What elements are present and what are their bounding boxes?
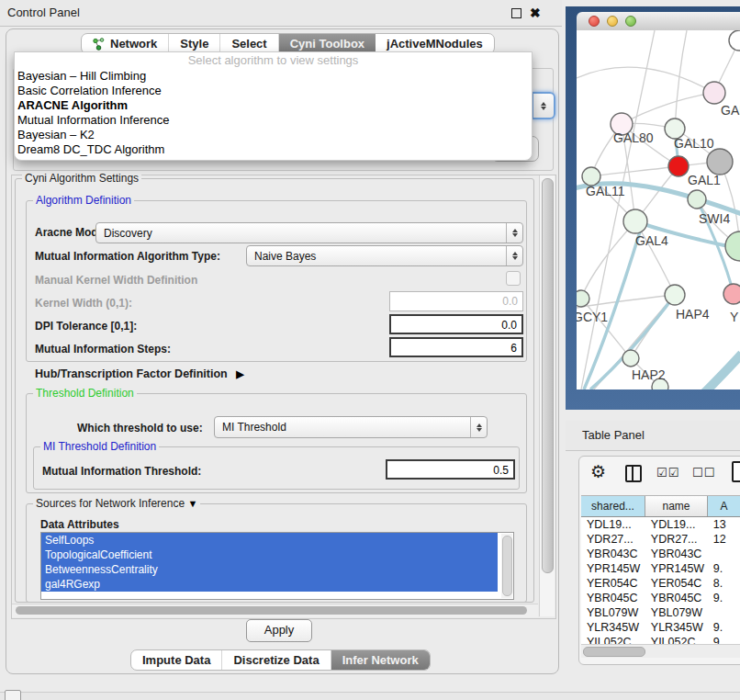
table-row[interactable]: YIL052CYIL052C9 bbox=[581, 635, 740, 644]
table-row[interactable]: YPR145WYPR145W9. bbox=[581, 561, 740, 576]
mi-type-select[interactable]: Naive Bayes bbox=[246, 245, 523, 266]
table-row[interactable]: YBL079WYBL079W bbox=[581, 605, 740, 620]
table-cell: 13 bbox=[708, 517, 740, 532]
collapse-arrow-icon: ▼ bbox=[187, 498, 197, 509]
window-zoom-icon[interactable] bbox=[625, 16, 636, 27]
select-all-checkboxes-icon[interactable]: ☑☑ bbox=[656, 466, 679, 480]
split-columns-icon[interactable] bbox=[625, 465, 642, 482]
attribute-item-gal4rgexp[interactable]: gal4RGexp bbox=[41, 577, 498, 592]
kernel-width-label: Kernel Width (0,1): bbox=[35, 297, 132, 310]
node-label-hap4: HAP4 bbox=[676, 307, 710, 322]
window-close-icon[interactable] bbox=[589, 16, 600, 27]
table-cell: YBR043C bbox=[581, 547, 645, 561]
dropdown-item-mutual-information-inference[interactable]: Mutual Information Inference bbox=[15, 113, 532, 128]
network-edge[interactable] bbox=[581, 221, 635, 299]
tab-select[interactable]: Select bbox=[220, 34, 278, 53]
network-node-gal[interactable] bbox=[703, 82, 725, 104]
tab-infer-network[interactable]: Infer Network bbox=[331, 650, 430, 670]
dropdown-item-bayesian-k2[interactable]: Bayesian – K2 bbox=[15, 128, 532, 142]
table-row[interactable]: YLR345WYLR345W9. bbox=[581, 620, 740, 635]
mi-steps-input[interactable]: 6 bbox=[389, 337, 523, 357]
table-cell: YBL079W bbox=[581, 605, 645, 620]
close-icon[interactable]: ✖ bbox=[530, 5, 541, 21]
column-header-name[interactable]: name bbox=[645, 496, 708, 516]
network-view-canvas[interactable]: GALGAL80GAL10GAL1GAL11SWI4GAL4GCY1HAP4YH… bbox=[577, 30, 740, 390]
table-cell: YBR043C bbox=[645, 547, 708, 561]
network-node[interactable] bbox=[729, 30, 740, 51]
table-cell: YDR27... bbox=[581, 532, 645, 547]
list-scrollbar[interactable] bbox=[501, 534, 512, 598]
mi-steps-label: Mutual Information Steps: bbox=[35, 343, 171, 356]
deselect-all-checkboxes-icon[interactable]: ☐☐ bbox=[692, 466, 715, 480]
algorithm-dropdown[interactable]: Select algorithm to view settings Bayesi… bbox=[14, 51, 533, 161]
network-edge[interactable] bbox=[675, 30, 687, 129]
network-edge[interactable] bbox=[577, 295, 675, 308]
document-icon[interactable] bbox=[732, 461, 740, 482]
network-node-hap4[interactable] bbox=[665, 285, 685, 305]
gear-icon[interactable]: ⚙ bbox=[590, 461, 606, 482]
network-node[interactable] bbox=[707, 149, 733, 175]
network-edge[interactable] bbox=[577, 67, 714, 93]
which-threshold-select[interactable]: MI Threshold bbox=[214, 416, 488, 438]
table-row[interactable]: YBR043CYBR043C bbox=[581, 547, 740, 561]
dropdown-item-dream8-dc-tdc-algorithm[interactable]: Dream8 DC_TDC Algorithm bbox=[15, 142, 532, 157]
network-node-y[interactable] bbox=[723, 284, 740, 304]
dropdown-item-aracne-algorithm[interactable]: ARACNE Algorithm bbox=[15, 98, 532, 113]
network-node-gcy1[interactable] bbox=[577, 290, 589, 307]
column-header-shared[interactable]: shared... bbox=[581, 496, 645, 516]
tab-cyni-toolbox[interactable]: Cyni Toolbox bbox=[279, 34, 376, 53]
table-cell: 9. bbox=[708, 561, 740, 576]
settings-hscroll-thumb[interactable] bbox=[16, 606, 527, 615]
network-node[interactable] bbox=[725, 231, 740, 261]
table-row[interactable]: YER054CYER054C8. bbox=[581, 576, 740, 591]
settings-vertical-scrollbar[interactable] bbox=[539, 175, 555, 616]
tab-network[interactable]: Network bbox=[82, 34, 169, 53]
tab-label: Cyni Toolbox bbox=[290, 37, 364, 51]
settings-horizontal-scrollbar[interactable] bbox=[12, 604, 538, 617]
float-icon[interactable] bbox=[511, 8, 521, 18]
network-node-gal4[interactable] bbox=[623, 209, 647, 233]
network-graph[interactable]: GALGAL80GAL10GAL1GAL11SWI4GAL4GCY1HAP4YH… bbox=[577, 30, 740, 390]
table-cell bbox=[708, 547, 740, 561]
dropdown-item-basic-correlation-inference[interactable]: Basic Correlation Inference bbox=[15, 84, 532, 98]
attribute-item-betweennesscentrality[interactable]: BetweennessCentrality bbox=[41, 562, 498, 577]
settings-vscroll-thumb[interactable] bbox=[542, 178, 554, 573]
network-window-titlebar[interactable] bbox=[577, 12, 740, 31]
network-desktop: GALGAL80GAL10GAL1GAL11SWI4GAL4GCY1HAP4YH… bbox=[566, 6, 740, 410]
tab-impute-data[interactable]: Impute Data bbox=[131, 650, 222, 670]
network-node-swi4[interactable] bbox=[688, 190, 706, 209]
apply-button[interactable]: Apply bbox=[246, 619, 312, 642]
hub-section-toggle[interactable]: Hub/Transcription Factor Definition ▶ bbox=[35, 367, 244, 380]
network-node-gal11[interactable] bbox=[582, 167, 600, 186]
table-panel-body: ⚙ ☑☑ ☐☐ shared...nameA YDL19...YDL19...1… bbox=[578, 456, 740, 665]
table-row[interactable]: YDR27...YDR27...12 bbox=[581, 532, 740, 547]
data-attributes-list[interactable]: SelfLoopsTopologicalCoefficientBetweenne… bbox=[40, 532, 514, 600]
table-cell: YPR145W bbox=[645, 561, 708, 576]
dropdown-item-bayesian-hill-climbing[interactable]: Bayesian – Hill Climbing bbox=[15, 69, 532, 84]
list-scrollbar-thumb[interactable] bbox=[502, 536, 512, 596]
attribute-item-topologicalcoefficient[interactable]: TopologicalCoefficient bbox=[41, 548, 498, 562]
window-minimize-icon[interactable] bbox=[607, 16, 618, 27]
table-hscroll-thumb[interactable] bbox=[583, 647, 645, 657]
attribute-item-selfloops[interactable]: SelfLoops bbox=[41, 533, 498, 548]
table-row[interactable]: YDL19...YDL19...13 bbox=[581, 517, 740, 532]
dpi-tolerance-label: DPI Tolerance [0,1]: bbox=[35, 320, 137, 333]
network-node-hap2[interactable] bbox=[622, 350, 639, 367]
tab-style[interactable]: Style bbox=[169, 34, 220, 53]
tab-discretize-data[interactable]: Discretize Data bbox=[222, 650, 331, 670]
table-row[interactable]: YBR045CYBR045C9. bbox=[581, 591, 740, 605]
inference-algorithm-select[interactable] bbox=[532, 92, 555, 119]
tab-label: Select bbox=[231, 37, 266, 51]
dpi-tolerance-input[interactable]: 0.0 bbox=[389, 314, 523, 334]
tab-jactivemnodules[interactable]: jActiveMNodules bbox=[376, 34, 494, 53]
network-edge-thick[interactable] bbox=[689, 354, 740, 390]
tab-label: Impute Data bbox=[142, 653, 210, 667]
table-horizontal-scrollbar[interactable] bbox=[581, 644, 740, 658]
network-edge[interactable] bbox=[591, 166, 678, 176]
aracne-mode-select[interactable]: Discovery bbox=[95, 222, 523, 243]
mi-threshold-input[interactable]: 0.5 bbox=[386, 459, 515, 480]
mini-panel-button[interactable] bbox=[5, 690, 21, 700]
sources-section-toggle[interactable]: Sources for Network Inference ▼ bbox=[33, 497, 200, 510]
network-node-gal1[interactable] bbox=[668, 156, 689, 176]
column-header-a[interactable]: A bbox=[708, 496, 740, 516]
